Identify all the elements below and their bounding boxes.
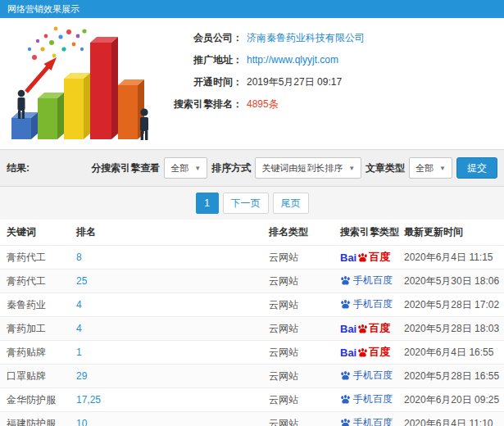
- keyword-cell: 膏药代工: [0, 246, 70, 270]
- mobile-baidu-logo: 手机百度: [340, 416, 393, 426]
- updated-cell: 2020年6月4日 16:55: [397, 341, 504, 365]
- promo-url-row: 推广地址： http://www.qlyyjt.com: [156, 52, 365, 67]
- article-type-select[interactable]: 全部 ▼: [409, 157, 452, 179]
- keyword-cell: 膏药代工: [0, 270, 70, 293]
- member-info: 会员公司： 济南秦鲁药业科技有限公司 推广地址： http://www.qlyy…: [156, 18, 365, 149]
- rank-link[interactable]: 1: [76, 347, 82, 358]
- rank-cell: 1: [70, 341, 262, 365]
- filter-bar: 结果: 分搜索引擎查看 全部 ▼ 排序方式 关键词由短到长排序 ▼ 文章类型 全…: [0, 149, 504, 187]
- mobile-baidu-logo: 手机百度: [340, 274, 393, 288]
- col-header-engine-type: 搜索引擎类型: [334, 220, 397, 246]
- mobile-baidu-logo: 手机百度: [340, 392, 393, 406]
- rank-type-cell: 云网站: [262, 412, 334, 426]
- engine-cell: Bai百度: [334, 341, 397, 365]
- table-row: 口罩贴牌29云网站手机百度2020年5月28日 16:55: [0, 365, 504, 388]
- promo-url-label: 推广地址：: [156, 52, 243, 67]
- rank-cell: 10: [70, 412, 262, 426]
- table-row: 膏药贴牌1云网站Bai百度2020年6月4日 16:55: [0, 341, 504, 365]
- baidu-paw-icon: [340, 275, 351, 286]
- engine-cell: Bai百度: [334, 317, 397, 341]
- confetti-dots: [28, 27, 87, 60]
- rank-link[interactable]: 29: [76, 370, 87, 382]
- page: { "header": { "title": "网络营销效果展示" }, "pr…: [0, 0, 504, 426]
- table-header-row: 关键词 排名 排名类型 搜索引擎类型 最新更新时间: [0, 220, 504, 246]
- rank-link[interactable]: 4: [76, 323, 82, 334]
- submit-button[interactable]: 提交: [456, 157, 497, 179]
- updated-cell: 2020年6月20日 09:25: [397, 388, 504, 412]
- rank-type-cell: 云网站: [262, 317, 334, 341]
- article-type-value: 全部: [415, 162, 434, 174]
- rank-cell: 4: [70, 293, 262, 317]
- engine-cell: 手机百度: [334, 412, 397, 426]
- updated-cell: 2020年6月4日 11:10: [397, 412, 504, 426]
- rank-count-value: 4895条: [247, 97, 279, 111]
- mobile-baidu-logo: 手机百度: [340, 297, 393, 311]
- updated-cell: 2020年5月28日 16:55: [397, 365, 504, 388]
- rank-link[interactable]: 4: [76, 299, 82, 310]
- rank-count-label: 搜索引擎排名：: [156, 97, 243, 111]
- open-time-value: 2019年5月27日 09:17: [247, 75, 342, 89]
- baidu-paw-icon: [357, 324, 368, 334]
- page-title: 网络营销效果展示: [7, 4, 79, 14]
- keyword-cell: 福建防护服: [0, 412, 70, 426]
- rank-type-cell: 云网站: [262, 270, 334, 293]
- updated-cell: 2020年5月30日 18:06: [397, 270, 504, 293]
- rank-link[interactable]: 8: [76, 252, 82, 263]
- updated-cell: 2020年5月28日 18:03: [397, 317, 504, 341]
- company-label: 会员公司：: [156, 30, 243, 45]
- rank-type-cell: 云网站: [262, 293, 334, 317]
- mobile-baidu-logo: 手机百度: [340, 369, 393, 383]
- rank-cell: 29: [70, 365, 262, 388]
- engine-filter-value: 全部: [170, 162, 188, 174]
- rank-type-cell: 云网站: [262, 388, 334, 412]
- table-row: 膏药代工8云网站Bai百度2020年6月4日 11:15: [0, 246, 504, 270]
- table-row: 膏药加工4云网站Bai百度2020年5月28日 18:03: [0, 317, 504, 341]
- engine-cell: 手机百度: [334, 270, 397, 293]
- businessman-figure-right: [140, 108, 148, 140]
- col-header-keyword: 关键词: [0, 220, 70, 246]
- baidu-paw-icon: [340, 370, 351, 381]
- baidu-logo: Bai百度: [340, 345, 390, 360]
- col-header-rank: 排名: [70, 220, 262, 246]
- results-table-body: 膏药代工8云网站Bai百度2020年6月4日 11:15膏药代工25云网站手机百…: [0, 246, 504, 426]
- rank-link[interactable]: 17,25: [76, 394, 101, 406]
- result-label: 结果:: [7, 161, 30, 175]
- keyword-cell: 膏药加工: [0, 317, 70, 341]
- keyword-cell: 口罩贴牌: [0, 365, 70, 388]
- baidu-paw-icon: [357, 347, 368, 358]
- growth-arrow-icon: [26, 57, 57, 92]
- baidu-paw-icon: [340, 394, 351, 405]
- next-page-button[interactable]: 下一页: [223, 193, 269, 214]
- filter-controls: 分搜索引擎查看 全部 ▼ 排序方式 关键词由短到长排序 ▼ 文章类型 全部 ▼ …: [91, 157, 497, 179]
- engine-cell: 手机百度: [334, 388, 397, 412]
- table-row: 福建防护服10云网站手机百度2020年6月4日 11:10: [0, 412, 504, 426]
- sort-label: 排序方式: [211, 161, 251, 175]
- keyword-cell: 秦鲁药业: [0, 293, 70, 317]
- keyword-cell: 金华防护服: [0, 388, 70, 412]
- page-1-button[interactable]: 1: [196, 193, 219, 214]
- table-row: 金华防护服17,25云网站手机百度2020年6月20日 09:25: [0, 388, 504, 412]
- profile-section: 会员公司： 济南秦鲁药业科技有限公司 推广地址： http://www.qlyy…: [0, 18, 504, 149]
- sort-value: 关键词由短到长排序: [261, 162, 343, 174]
- chevron-down-icon: ▼: [194, 165, 201, 172]
- open-time-label: 开通时间：: [156, 75, 243, 89]
- rank-link[interactable]: 10: [76, 418, 87, 426]
- baidu-paw-icon: [357, 252, 368, 263]
- rank-link[interactable]: 25: [76, 275, 87, 287]
- baidu-logo: Bai百度: [340, 250, 390, 265]
- marketing-growth-clipart: [0, 18, 156, 149]
- engine-cell: 手机百度: [334, 293, 397, 317]
- engine-filter-select[interactable]: 全部 ▼: [164, 157, 207, 179]
- table-row: 膏药代工25云网站手机百度2020年5月30日 18:06: [0, 270, 504, 293]
- bar-chart-clipart-image: [7, 25, 152, 144]
- rank-count-row: 搜索引擎排名： 4895条: [156, 97, 365, 111]
- engine-cell: Bai百度: [334, 246, 397, 270]
- rank-cell: 17,25: [70, 388, 262, 412]
- company-link[interactable]: 济南秦鲁药业科技有限公司: [247, 30, 365, 45]
- col-header-updated: 最新更新时间: [397, 220, 504, 246]
- last-page-button[interactable]: 尾页: [273, 193, 309, 214]
- sort-select[interactable]: 关键词由短到长排序 ▼: [255, 157, 361, 179]
- promo-url-link[interactable]: http://www.qlyyjt.com: [247, 52, 338, 67]
- rank-cell: 25: [70, 270, 262, 293]
- open-time-row: 开通时间： 2019年5月27日 09:17: [156, 75, 365, 89]
